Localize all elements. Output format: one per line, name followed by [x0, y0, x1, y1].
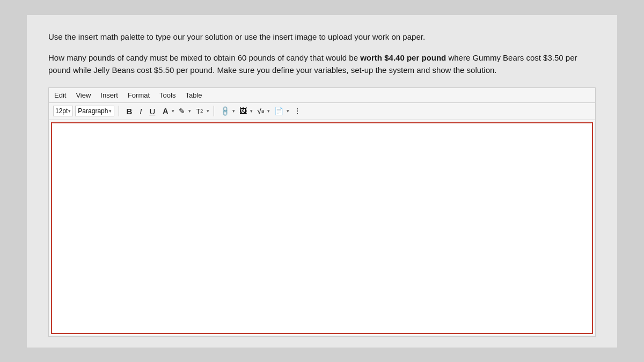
menu-bar: Edit View Insert Format Tools Table — [49, 88, 595, 103]
font-size-value: 12pt — [55, 107, 68, 115]
underline-button[interactable]: U — [147, 106, 158, 117]
menu-tools[interactable]: Tools — [159, 91, 175, 99]
equation-chevron-icon: ▾ — [267, 108, 270, 114]
paragraph-chevron-icon: ▾ — [109, 108, 112, 114]
superscript-group: T2 ▾ — [193, 106, 209, 116]
menu-view[interactable]: View — [76, 91, 91, 99]
pen-group: ✎ ▾ — [177, 106, 191, 116]
link-group: 🔗 ▾ — [218, 106, 235, 116]
pen-chevron-icon: ▾ — [188, 108, 191, 114]
font-size-chevron-icon: ▾ — [68, 108, 71, 114]
pen-button[interactable]: ✎ — [177, 106, 187, 116]
menu-insert[interactable]: Insert — [100, 91, 118, 99]
menu-format[interactable]: Format — [128, 91, 150, 99]
bold-button[interactable]: B — [123, 106, 135, 117]
document-chevron-icon: ▾ — [287, 108, 289, 114]
image-chevron-icon: ▾ — [250, 108, 253, 114]
link-icon: 🔗 — [219, 105, 231, 117]
equation-button[interactable]: √a — [255, 106, 266, 116]
menu-table[interactable]: Table — [185, 91, 202, 99]
page-container: Use the insert math palette to type our … — [27, 15, 617, 348]
superscript-chevron-icon: ▾ — [207, 108, 209, 114]
content-editor-area[interactable] — [51, 122, 593, 334]
equation-group: √a ▾ — [255, 106, 270, 116]
toolbar: 12pt ▾ Paragraph ▾ B I U A ▾ ✎ — [49, 103, 595, 120]
image-button[interactable]: 🖼 — [237, 106, 249, 116]
question-text: How many pounds of candy must be mixed t… — [48, 51, 596, 77]
toolbar-separator-1 — [119, 106, 119, 116]
font-size-selector[interactable]: 12pt ▾ — [53, 106, 73, 116]
document-group: 📄 ▾ — [272, 106, 289, 116]
font-color-group: A ▾ — [160, 106, 174, 116]
italic-button[interactable]: I — [137, 106, 144, 117]
paragraph-style-selector[interactable]: Paragraph ▾ — [75, 106, 114, 116]
toolbar-separator-2 — [214, 106, 214, 116]
document-button[interactable]: 📄 — [272, 106, 286, 116]
link-button[interactable]: 🔗 — [218, 106, 231, 116]
link-chevron-icon: ▾ — [232, 108, 235, 114]
superscript-button[interactable]: T2 — [193, 106, 206, 116]
paragraph-style-value: Paragraph — [78, 107, 108, 115]
more-options-button[interactable]: ⋮ — [291, 106, 303, 116]
font-color-chevron-icon: ▾ — [172, 108, 174, 114]
instruction-text: Use the insert math palette to type our … — [48, 31, 596, 43]
menu-edit[interactable]: Edit — [54, 91, 66, 99]
font-color-button[interactable]: A — [160, 106, 171, 116]
image-group: 🖼 ▾ — [237, 106, 253, 116]
editor-container: Edit View Insert Format Tools Table 12pt… — [48, 87, 596, 337]
